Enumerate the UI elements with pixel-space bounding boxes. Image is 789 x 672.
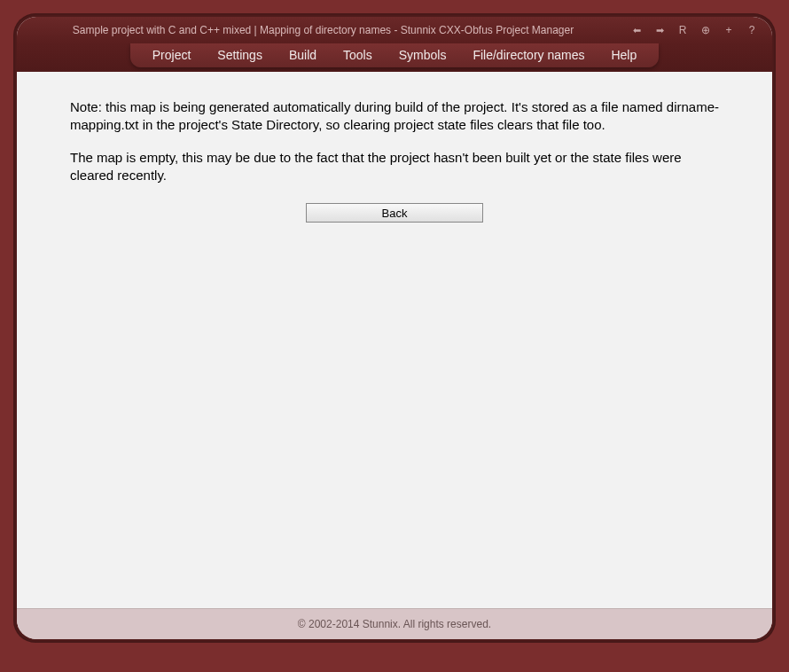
menu-help[interactable]: Help [611,48,637,62]
nav-back-icon[interactable] [629,23,644,37]
menu-tools[interactable]: Tools [343,48,372,62]
menu-build[interactable]: Build [289,48,316,62]
menubar: Project Settings Build Tools Symbols Fil… [130,43,660,67]
window-frame: Sample project with C and C++ mixed | Ma… [13,13,776,643]
menu-settings[interactable]: Settings [217,48,262,62]
nav-forward-icon[interactable] [652,23,667,37]
window-inner: Sample project with C and C++ mixed | Ma… [17,17,772,639]
menu-symbols[interactable]: Symbols [399,48,447,62]
help-icon[interactable]: ? [745,23,759,37]
note-text-1: Note: this map is being generated automa… [70,98,719,133]
menu-filedir[interactable]: File/directory names [473,48,584,62]
back-button-container: Back [70,203,719,223]
zoom-in-icon[interactable]: ⊕ [699,23,713,37]
back-button[interactable]: Back [306,203,483,223]
menu-project[interactable]: Project [152,48,191,62]
note-text-2: The map is empty, this may be due to the… [70,149,719,184]
reload-icon[interactable]: R [676,23,690,37]
titlebar: Sample project with C and C++ mixed | Ma… [17,17,772,43]
content-area: Note: this map is being generated automa… [17,72,772,608]
menubar-container: Project Settings Build Tools Symbols Fil… [17,43,772,72]
window-title: Sample project with C and C++ mixed | Ma… [17,24,629,36]
footer: © 2002-2014 Stunnix. All rights reserved… [17,608,772,639]
add-icon[interactable]: + [722,23,736,37]
copyright-text: © 2002-2014 Stunnix. All rights reserved… [298,618,491,630]
titlebar-icons: R ⊕ + ? [629,23,759,37]
